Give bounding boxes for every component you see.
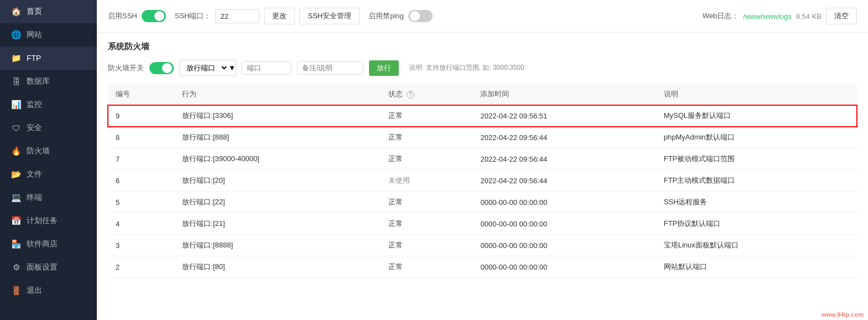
sidebar-label-tasks: 计划任务 (27, 216, 58, 226)
cell-status: 正常 (381, 235, 472, 256)
sidebar-item-ftp[interactable]: 📁 FTP (0, 47, 97, 70)
cell-behavior: 放行端口:[21] (174, 213, 381, 235)
fw-hint: 说明: 支持放行端口范围, 如: 3000:3500 (409, 63, 524, 73)
ftp-icon: 📁 (11, 53, 21, 63)
tasks-icon: 📅 (11, 216, 21, 226)
cell-desc: FTP协议默认端口 (656, 213, 857, 235)
fw-toggle[interactable] (149, 62, 174, 74)
ssh-change-button[interactable]: 更改 (264, 8, 295, 24)
cell-time: 0000-00-00 00:00:00 (472, 213, 656, 235)
sidebar-label-logout: 退出 (27, 286, 42, 296)
sidebar-item-database[interactable]: 🗄 数据库 (0, 70, 97, 93)
sidebar-label-file: 文件 (27, 169, 42, 179)
sidebar-label-terminal: 终端 (27, 193, 42, 203)
website-icon: 🌐 (11, 30, 21, 40)
cell-desc: FTP被动模式端口范围 (656, 148, 857, 170)
cell-status: 正常 (381, 192, 472, 213)
cell-time: 0000-00-00 00:00:00 (472, 235, 656, 256)
ping-section: 启用禁ping (368, 10, 433, 22)
table-row: 8 放行端口:[888] 正常 2022-04-22 09:56:44 phpM… (108, 127, 857, 148)
sidebar-item-monitor[interactable]: 📊 监控 (0, 93, 97, 116)
sidebar-label-database: 数据库 (27, 76, 50, 86)
cell-behavior: 放行端口:[3306] (174, 105, 381, 127)
sidebar-item-logout[interactable]: 🚪 退出 (0, 279, 97, 302)
sidebar-label-security: 安全 (27, 123, 42, 133)
security-icon: 🛡 (11, 123, 21, 133)
cell-status: 正常 (381, 127, 472, 148)
sidebar-item-store[interactable]: 🏪 软件商店 (0, 233, 97, 256)
cell-id: 9 (108, 105, 174, 127)
cell-behavior: 放行端口:[888] (174, 127, 381, 148)
ping-label: 启用禁ping (368, 11, 404, 21)
cell-id: 4 (108, 213, 174, 235)
ssh-enable-section: 启用SSH (108, 10, 166, 22)
sidebar-item-tasks[interactable]: 📅 计划任务 (0, 209, 97, 233)
store-icon: 🏪 (11, 239, 21, 249)
fw-remark-input[interactable] (297, 61, 363, 75)
cell-status: 正常 (381, 213, 472, 235)
ssh-port-section: SSH端口： 更改 SSH安全管理 (175, 8, 360, 24)
sidebar-item-home[interactable]: 🏠 首页 (0, 0, 97, 23)
ssh-security-button[interactable]: SSH安全管理 (299, 8, 360, 24)
cell-behavior: 放行端口:[22] (174, 192, 381, 213)
main-content: 启用SSH SSH端口： 更改 SSH安全管理 启用禁ping Web日志： /… (97, 0, 868, 320)
cell-desc: MySQL服务默认端口 (656, 105, 857, 127)
logout-icon: 🚪 (11, 286, 21, 296)
cell-time: 2022-04-22 09:56:44 (472, 148, 656, 170)
sidebar-item-terminal[interactable]: 💻 终端 (0, 186, 97, 209)
firewall-section: 系统防火墙 防火墙开关 放行端口 ▼ 放行 说明: 支持放行端口范围, 如: 3… (97, 33, 868, 320)
sidebar-label-store: 软件商店 (27, 239, 58, 249)
ssh-enable-label: 启用SSH (108, 11, 137, 21)
cell-status: 正常 (381, 148, 472, 170)
sidebar-item-website[interactable]: 🌐 网站 (0, 23, 97, 47)
watermark: www.94ip.com (822, 311, 864, 318)
sidebar-label-website: 网站 (27, 30, 42, 40)
cell-behavior: 放行端口:[39000-40000] (174, 148, 381, 170)
table-row: 7 放行端口:[39000-40000] 正常 2022-04-22 09:56… (108, 148, 857, 170)
file-icon: 📂 (11, 169, 21, 179)
terminal-icon: 💻 (11, 193, 21, 203)
sidebar-item-security[interactable]: 🛡 安全 (0, 116, 97, 140)
cell-behavior: 放行端口:[8888] (174, 235, 381, 256)
home-icon: 🏠 (11, 7, 21, 17)
col-header-time: 添加时间 (472, 84, 656, 105)
weblog-size: 8.54 KB (796, 12, 822, 20)
sidebar-label-monitor: 监控 (27, 100, 42, 110)
weblog-section: Web日志： /www/wwwlogs 8.54 KB 清空 (703, 8, 857, 24)
cell-id: 8 (108, 127, 174, 148)
fw-port-input[interactable] (242, 61, 292, 75)
table-row: 2 放行端口:[80] 正常 0000-00-00 00:00:00 网站默认端… (108, 256, 857, 278)
ssh-toggle[interactable] (142, 10, 166, 22)
sidebar-item-panel[interactable]: ⚙ 面板设置 (0, 256, 97, 279)
monitor-icon: 📊 (11, 100, 21, 110)
cell-status: 正常 (381, 256, 472, 278)
sidebar-item-firewall[interactable]: 🔥 防火墙 (0, 140, 97, 163)
table-row: 9 放行端口:[3306] 正常 2022-04-22 09:56:51 MyS… (108, 105, 857, 127)
fw-port-type-select[interactable]: 放行端口 (180, 60, 228, 75)
panel-icon: ⚙ (11, 262, 21, 272)
select-arrow-icon: ▼ (228, 64, 236, 72)
database-icon: 🗄 (11, 77, 21, 86)
firewall-toolbar: 防火墙开关 放行端口 ▼ 放行 说明: 支持放行端口范围, 如: 3000:35… (108, 60, 857, 76)
firewall-icon: 🔥 (11, 146, 21, 156)
cell-time: 0000-00-00 00:00:00 (472, 256, 656, 278)
cell-desc: 网站默认端口 (656, 256, 857, 278)
sidebar-item-file[interactable]: 📂 文件 (0, 163, 97, 186)
weblog-path[interactable]: /www/wwwlogs (743, 12, 791, 20)
cell-time: 0000-00-00 00:00:00 (472, 192, 656, 213)
col-header-behavior: 行为 (174, 84, 381, 105)
cell-desc: SSH远程服务 (656, 192, 857, 213)
weblog-clear-button[interactable]: 清空 (826, 8, 857, 24)
col-header-id: 编号 (108, 84, 174, 105)
ssh-port-label: SSH端口： (175, 11, 211, 21)
cell-behavior: 放行端口:[20] (174, 170, 381, 192)
cell-id: 6 (108, 170, 174, 192)
ssh-port-input[interactable] (215, 9, 259, 23)
fw-allow-button[interactable]: 放行 (369, 60, 399, 76)
table-row: 4 放行端口:[21] 正常 0000-00-00 00:00:00 FTP协议… (108, 213, 857, 235)
table-row: 6 放行端口:[20] 未使用 2022-04-22 09:56:44 FTP主… (108, 170, 857, 192)
ping-toggle[interactable] (408, 10, 433, 22)
table-row: 5 放行端口:[22] 正常 0000-00-00 00:00:00 SSH远程… (108, 192, 857, 213)
cell-time: 2022-04-22 09:56:44 (472, 170, 656, 192)
status-help-icon[interactable]: ? (407, 91, 414, 99)
